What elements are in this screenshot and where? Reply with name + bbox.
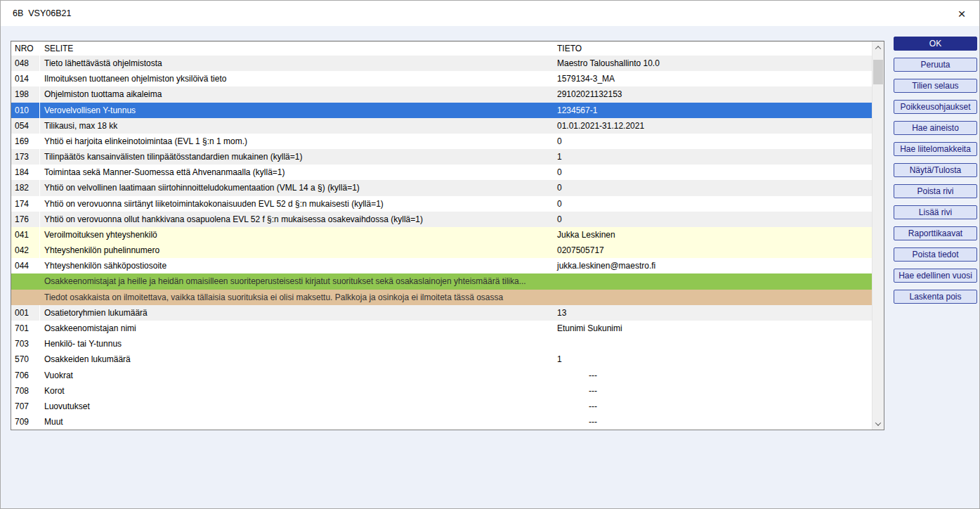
row-nro: 707 xyxy=(11,399,40,414)
table-row[interactable]: 054Tilikausi, max 18 kk01.01.2021-31.12.… xyxy=(11,118,872,134)
table-row[interactable]: 173Tilinpäätös kansainvälisten tilinpäät… xyxy=(11,149,872,165)
row-selite: Luovutukset xyxy=(40,399,556,414)
row-tieto: 0 xyxy=(556,165,872,180)
table-row[interactable]: 041Veroilmoituksen yhteyshenkilöJukka Le… xyxy=(11,227,872,243)
row-tieto: Jukka Leskinen xyxy=(556,227,872,243)
section-label: Tiedot osakkaista on ilmoitettava, vaikk… xyxy=(11,290,872,305)
table-row[interactable]: 048Tieto lähettävästä ohjelmistostaMaest… xyxy=(11,56,872,71)
chevron-up-icon xyxy=(875,46,881,51)
row-selite: Muut xyxy=(40,414,556,430)
table-row[interactable]: 014Ilmoituksen tuottaneen ohjelmiston yk… xyxy=(11,71,872,86)
row-nro: 001 xyxy=(11,305,40,321)
table-header-row: NRO SELITE TIETO xyxy=(11,41,872,56)
row-selite: Ohjelmiston tuottama aikaleima xyxy=(40,86,556,102)
row-selite: Yhtiö ei harjoita elinkeinotoimintaa (EV… xyxy=(40,134,556,149)
hae-liitelomakkeita-button[interactable]: Hae liitelomakkeita xyxy=(894,142,977,156)
column-header-selite: SELITE xyxy=(40,41,556,56)
hae-aineisto-button[interactable]: Hae aineisto xyxy=(894,121,977,135)
row-nro: 048 xyxy=(11,56,40,71)
row-nro: 709 xyxy=(11,414,40,430)
row-selite: Toimintaa sekä Manner-Suomessa että Ahve… xyxy=(40,165,556,180)
tilien-selaus-button[interactable]: Tilien selaus xyxy=(894,79,977,93)
row-selite: Ilmoituksen tuottaneen ohjelmiston yksil… xyxy=(40,71,556,86)
scrollbar-thumb[interactable] xyxy=(873,60,883,84)
table-row[interactable]: 198Ohjelmiston tuottama aikaleima2910202… xyxy=(11,86,872,102)
row-nro: 054 xyxy=(11,118,40,134)
row-selite: Osatietoryhmien lukumäärä xyxy=(40,305,556,321)
title-bar: 6B VSY06B21 × xyxy=(1,1,979,26)
row-selite: Yhteyshenkilön sähköpostiosoite xyxy=(40,258,556,273)
row-selite: Yhteyshenkilön puhelinnumero xyxy=(40,243,556,258)
row-tieto: 01.01.2021-31.12.2021 xyxy=(556,118,872,134)
table-row[interactable]: 707Luovutukset--- xyxy=(11,399,872,414)
row-selite: Yhtiö on velvollinen laatimaan siirtohin… xyxy=(40,180,556,195)
row-tieto: 1234567-1 xyxy=(556,103,872,118)
table-row[interactable]: 176Yhtiö on verovuonna ollut hankkivana … xyxy=(11,212,872,227)
row-tieto: Maestro Taloushallinto 10.0 xyxy=(556,56,872,71)
table-row[interactable]: 701Osakkeenomistajan nimiEtunimi Sukunim… xyxy=(11,321,872,336)
row-nro: 014 xyxy=(11,71,40,86)
scroll-up-button[interactable] xyxy=(873,41,884,53)
close-icon[interactable]: × xyxy=(954,7,969,20)
row-tieto: 1579134-3_MA xyxy=(556,71,872,86)
row-nro: 198 xyxy=(11,86,40,102)
row-tieto xyxy=(556,336,872,352)
row-selite: Yhtiö on verovuonna siirtänyt liiketoimi… xyxy=(40,196,556,212)
row-tieto: 0207505717 xyxy=(556,243,872,258)
row-tieto: --- xyxy=(556,367,872,382)
row-selite: Tilinpäätös kansainvälisten tilinpäätöss… xyxy=(40,149,556,165)
vertical-scrollbar[interactable] xyxy=(872,41,884,430)
row-nro: 173 xyxy=(11,149,40,165)
table-row[interactable]: 706Vuokrat--- xyxy=(11,367,872,382)
table-row[interactable]: 010Verovelvollisen Y-tunnus1234567-1 xyxy=(11,103,872,118)
row-tieto: 0 xyxy=(556,180,872,195)
poikkeusohjaukset-button[interactable]: Poikkeusohjaukset xyxy=(894,100,977,114)
row-tieto: jukka.leskinen@maestro.fi xyxy=(556,258,872,273)
ok-button[interactable]: OK xyxy=(894,37,977,51)
lisää-rivi-button[interactable]: Lisää rivi xyxy=(894,205,977,219)
column-header-nro: NRO xyxy=(11,41,40,56)
laskenta-pois-button[interactable]: Laskenta pois xyxy=(894,290,977,304)
row-selite: Vuokrat xyxy=(40,367,556,382)
table-row[interactable]: 703Henkilö- tai Y-tunnus xyxy=(11,336,872,352)
table-row[interactable]: 184Toimintaa sekä Manner-Suomessa että A… xyxy=(11,165,872,180)
table-row[interactable]: 174Yhtiö on verovuonna siirtänyt liiketo… xyxy=(11,196,872,212)
row-tieto: 1 xyxy=(556,149,872,165)
row-tieto: 0 xyxy=(556,212,872,227)
peruuta-button[interactable]: Peruuta xyxy=(894,58,977,72)
section-row[interactable]: Osakkeenomistajat ja heille ja heidän om… xyxy=(11,273,872,289)
row-nro: 570 xyxy=(11,352,40,367)
row-selite: Tieto lähettävästä ohjelmistosta xyxy=(40,56,556,71)
row-selite: Verovelvollisen Y-tunnus xyxy=(40,103,556,118)
näytä-tulosta-button[interactable]: Näytä/Tulosta xyxy=(894,163,977,177)
raporttikaavat-button[interactable]: Raporttikaavat xyxy=(894,226,977,240)
row-nro: 184 xyxy=(11,165,40,180)
table-row[interactable]: 001Osatietoryhmien lukumäärä13 xyxy=(11,305,872,321)
window-title: 6B VSY06B21 xyxy=(13,8,71,18)
table-row[interactable]: 169Yhtiö ei harjoita elinkeinotoimintaa … xyxy=(11,134,872,149)
table-row[interactable]: 709Muut--- xyxy=(11,414,872,430)
table-row[interactable]: 708Korot--- xyxy=(11,383,872,399)
row-tieto: 0 xyxy=(556,134,872,149)
poista-tiedot-button[interactable]: Poista tiedot xyxy=(894,247,977,262)
row-nro: 042 xyxy=(11,243,40,258)
table-row[interactable]: 182Yhtiö on velvollinen laatimaan siirto… xyxy=(11,180,872,195)
row-nro: 176 xyxy=(11,212,40,227)
scroll-down-button[interactable] xyxy=(873,418,884,430)
table-row[interactable]: 570Osakkeiden lukumäärä1 xyxy=(11,352,872,367)
row-tieto: --- xyxy=(556,414,872,430)
dialog-window: 6B VSY06B21 × NRO SELITE TIETO 048Tieto … xyxy=(0,0,980,509)
poista-rivi-button[interactable]: Poista rivi xyxy=(894,184,977,198)
row-nro: 169 xyxy=(11,134,40,149)
row-nro: 174 xyxy=(11,196,40,212)
table-row[interactable]: 044Yhteyshenkilön sähköpostiosoitejukka.… xyxy=(11,258,872,273)
row-tieto: Etunimi Sukunimi xyxy=(556,321,872,336)
row-nro: 706 xyxy=(11,367,40,382)
table-row[interactable]: 042Yhteyshenkilön puhelinnumero020750571… xyxy=(11,243,872,258)
row-selite: Veroilmoituksen yhteyshenkilö xyxy=(40,227,556,243)
section-row[interactable]: Tiedot osakkaista on ilmoitettava, vaikk… xyxy=(11,290,872,305)
row-selite: Korot xyxy=(40,383,556,399)
data-table: NRO SELITE TIETO 048Tieto lähettävästä o… xyxy=(11,41,884,430)
section-label: Osakkeenomistajat ja heille ja heidän om… xyxy=(11,273,872,289)
hae-edellinen-vuosi-button[interactable]: Hae edellinen vuosi xyxy=(894,269,977,283)
